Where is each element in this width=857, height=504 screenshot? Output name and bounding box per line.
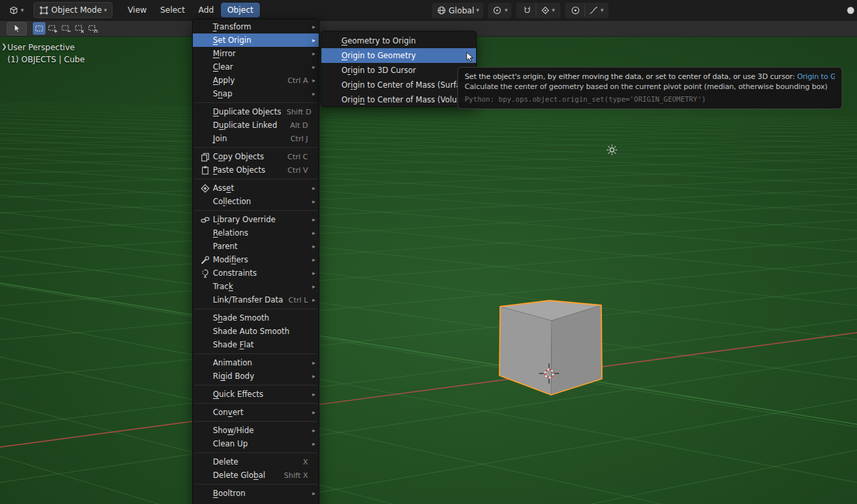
pivot-point-dropdown[interactable]: ▾	[488, 3, 512, 18]
menu-item-icon-slot	[198, 295, 212, 305]
view-perspective-label: User Perspective	[7, 41, 85, 54]
snap-toggle-button[interactable]	[520, 4, 534, 17]
menu-object[interactable]: Object	[221, 3, 259, 17]
mode-dropdown[interactable]: Object Mode ▾	[33, 2, 112, 18]
select-intersect-icon	[88, 23, 98, 34]
menu-item-transform[interactable]: Transform▸	[193, 20, 319, 33]
select-mode-extend[interactable]	[46, 22, 59, 35]
mouse-cursor-icon	[465, 52, 476, 66]
submenu-arrow-icon: ▸	[312, 23, 315, 30]
header-transform-controls: Global ▾ ▾ ▾	[432, 0, 609, 21]
select-mode-new[interactable]	[33, 22, 46, 35]
menu-item-delete[interactable]: DeleteX	[193, 455, 319, 469]
menu-item-label: Collection	[213, 197, 308, 206]
menu-item-label: Set Origin	[213, 35, 308, 45]
menu-item-icon-slot	[198, 22, 212, 32]
chevron-down-icon: ▾	[505, 7, 508, 13]
select-mode-subtract[interactable]	[60, 22, 72, 35]
menu-item-clear[interactable]: Clear▸	[193, 60, 319, 74]
menu-item-parent[interactable]: Parent▸	[193, 240, 319, 253]
proportional-toggle-button[interactable]	[569, 4, 582, 17]
menu-view[interactable]: View	[122, 3, 153, 17]
menu-item-icon-slot	[198, 35, 212, 46]
tooltip: Set the object's origin, by either movin…	[457, 67, 842, 109]
menu-item-label: Snap	[213, 89, 308, 98]
menu-item-paste-objects[interactable]: Paste ObjectsCtrl V	[193, 163, 319, 177]
menu-separator	[193, 145, 319, 150]
menu-item-origin-to-geometry[interactable]: Origin to Geometry	[321, 48, 476, 63]
menu-item-copy-objects[interactable]: Copy ObjectsCtrl C	[193, 150, 319, 163]
menu-item-icon-slot	[198, 197, 212, 207]
menu-item-geometry-to-origin[interactable]: Geometry to Origin	[321, 33, 476, 48]
select-new-icon	[34, 23, 45, 34]
menu-item-icon-slot	[327, 95, 340, 105]
context-label: (1) OBJECTS | Cube	[7, 54, 85, 66]
menu-item-icon-slot	[198, 408, 212, 418]
editor-type-button[interactable]: ▾	[4, 2, 28, 18]
menu-item-icon-slot	[198, 471, 212, 481]
pivot-point-icon	[492, 5, 503, 16]
menu-item-clean-up[interactable]: Clean Up▸	[193, 437, 319, 450]
menu-add[interactable]: Add	[192, 3, 220, 17]
menu-item-modifiers[interactable]: Modifiers▸	[193, 253, 319, 266]
active-tool-button[interactable]	[7, 22, 27, 35]
menu-item-booltron[interactable]: Booltron▸	[193, 487, 319, 500]
menu-item-shade-auto-smooth[interactable]: Shade Auto Smooth	[193, 325, 319, 338]
menu-item-icon-slot	[198, 89, 212, 99]
menu-item-mirror[interactable]: Mirror▸	[193, 47, 319, 60]
snap-group: ▾	[516, 3, 560, 18]
menu-item-constraints[interactable]: Constraints▸	[193, 266, 319, 280]
menu-item-join[interactable]: JoinCtrl J	[193, 132, 319, 145]
submenu-arrow-icon: ▸	[312, 440, 315, 447]
select-invert-icon	[74, 23, 85, 34]
menu-item-origin-to-center-of-mass-surface[interactable]: Origin to Center of Mass (Surface)	[321, 78, 476, 92]
snap-target-dropdown[interactable]: ▾	[536, 4, 556, 17]
menu-item-label: Origin to Center of Mass (Volume)	[341, 95, 472, 104]
menu-item-label: Clean Up	[213, 439, 308, 448]
menu-item-show-hide[interactable]: Show/Hide▸	[193, 424, 319, 437]
select-mode-invert[interactable]	[73, 22, 86, 35]
menu-item-asset[interactable]: Asset▸	[193, 181, 319, 195]
menu-item-link-transfer-data[interactable]: Link/Transfer DataCtrl L▸	[193, 293, 319, 307]
orientation-dropdown[interactable]: Global ▾	[432, 3, 483, 18]
menu-separator	[193, 450, 319, 455]
menu-item-duplicate-objects[interactable]: Duplicate ObjectsShift D	[193, 105, 319, 118]
menu-item-animation[interactable]: Animation▸	[193, 356, 319, 369]
menu-item-origin-to-center-of-mass-volume[interactable]: Origin to Center of Mass (Volume)	[321, 92, 476, 107]
menu-item-shade-smooth[interactable]: Shade Smooth	[193, 311, 319, 325]
menu-item-delete-global[interactable]: Delete GlobalShift X	[193, 469, 319, 482]
menu-item-label: Origin to Geometry	[341, 51, 465, 60]
submenu-arrow-icon: ▸	[312, 427, 315, 434]
menu-item-icon-slot	[198, 439, 212, 449]
menu-item-set-origin[interactable]: Set Origin▸	[193, 33, 319, 47]
menu-item-origin-to-3d-cursor[interactable]: Origin to 3D Cursor	[321, 63, 476, 78]
viewport-shading-icon[interactable]	[845, 5, 856, 15]
menu-item-label: Quick Effects	[213, 390, 308, 399]
menu-item-library-override[interactable]: Library Override▸	[193, 213, 319, 226]
menu-item-icon-slot	[198, 242, 212, 252]
menu-select[interactable]: Select	[154, 3, 191, 17]
menu-item-quick-effects[interactable]: Quick Effects▸	[193, 388, 319, 401]
proportional-falloff-dropdown[interactable]: ▾	[585, 4, 605, 17]
menu-item-label: Shade Auto Smooth	[213, 327, 308, 336]
menu-item-label: Copy Objects	[213, 152, 282, 161]
menu-item-icon-slot	[198, 340, 212, 350]
menu-item-label: Constraints	[213, 268, 308, 278]
menu-item-label: Delete	[213, 457, 297, 467]
menu-item-apply[interactable]: ApplyCtrl A▸	[193, 74, 319, 87]
menu-item-track[interactable]: Track▸	[193, 280, 319, 293]
menu-item-label: Modifiers	[213, 255, 308, 264]
cube-object[interactable]	[499, 301, 602, 395]
menu-item-relations[interactable]: Relations▸	[193, 226, 319, 240]
toolbar-toggle-arrow[interactable]: ❯	[1, 43, 7, 50]
menu-item-convert[interactable]: Convert▸	[193, 406, 319, 419]
select-mode-intersect[interactable]	[86, 22, 99, 35]
menu-item-duplicate-linked[interactable]: Duplicate LinkedAlt D	[193, 118, 319, 132]
menu-item-rigid-body[interactable]: Rigid Body▸	[193, 369, 319, 383]
menu-item-icon-slot	[198, 426, 212, 436]
wrench-icon	[198, 255, 212, 265]
menu-item-shade-flat[interactable]: Shade Flat	[193, 338, 319, 351]
menu-item-collection[interactable]: Collection▸	[193, 195, 319, 208]
menu-item-snap[interactable]: Snap▸	[193, 87, 319, 100]
orientation-global-icon	[436, 5, 447, 16]
